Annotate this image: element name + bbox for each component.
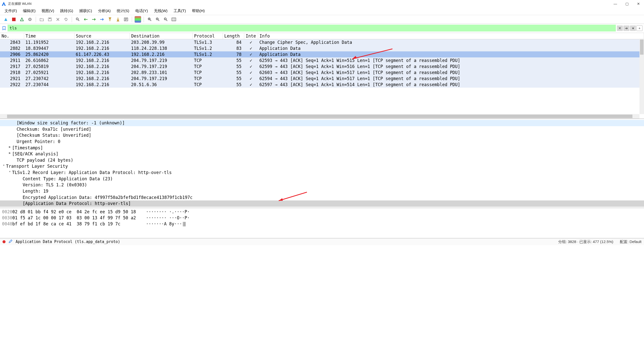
tree-line[interactable]: Length: 19 <box>23 188 48 194</box>
chevron-down-icon[interactable]: ▾ <box>8 169 12 174</box>
hex-bytes[interactable]: bf ef bd 1f 8e ca ce 41 38 79 f1 cb 19 7… <box>12 221 136 227</box>
cell: 25.862420 <box>24 51 74 57</box>
tree-line[interactable]: [SEQ/ACK analysis] <box>12 151 58 157</box>
go-forward-icon[interactable] <box>91 16 97 23</box>
menu-statistics[interactable]: 统计(S) <box>117 9 129 13</box>
packet-details-pane[interactable]: [Window size scaling factor: -1 (unknown… <box>0 119 644 208</box>
tree-line[interactable]: Urgent Pointer: 0 <box>17 139 60 145</box>
cell: 18.839447 <box>24 45 74 51</box>
table-row[interactable]: 292127.230742192.168.2.216204.79.197.219… <box>0 76 644 82</box>
find-packet-icon[interactable] <box>74 16 81 23</box>
stop-capture-icon[interactable] <box>11 16 17 23</box>
cell: 55 <box>223 57 244 63</box>
close-file-icon[interactable] <box>55 16 61 23</box>
bookmark-filter-icon[interactable] <box>2 26 7 31</box>
cell: 192.168.2.216 <box>130 51 192 57</box>
go-to-packet-icon[interactable] <box>99 16 105 23</box>
window-title: 正在捕获 WLAN <box>8 2 613 6</box>
open-file-icon[interactable] <box>38 16 45 23</box>
tree-line[interactable]: Transport Layer Security <box>6 163 68 169</box>
col-no[interactable]: No. <box>0 33 24 39</box>
col-source[interactable]: Source <box>74 33 130 39</box>
cell: TCP <box>192 63 223 70</box>
chevron-right-icon[interactable]: ▶ <box>8 145 12 149</box>
packet-hscroll[interactable] <box>0 114 639 119</box>
menu-capture[interactable]: 捕获(C) <box>79 9 92 13</box>
tree-line[interactable]: [Window size scaling factor: -1 (unknown… <box>17 120 125 125</box>
clear-filter-button[interactable]: ✕ <box>617 25 623 31</box>
tree-line[interactable]: Version: TLS 1.2 (0x0303) <box>23 182 87 188</box>
table-row[interactable]: 284311.191952192.168.2.216203.208.39.99T… <box>0 39 644 46</box>
go-first-icon[interactable] <box>107 16 113 23</box>
cell: ✓ <box>244 70 258 76</box>
col-destination[interactable]: Destination <box>130 33 192 39</box>
menu-analyze[interactable]: 分析(A) <box>98 9 111 13</box>
cell: Change Cipher Spec, Application Data <box>258 39 644 46</box>
table-row[interactable]: 291727.025819192.168.2.216204.79.197.219… <box>0 63 644 70</box>
tree-line[interactable]: [Timestamps] <box>12 145 43 151</box>
menu-view[interactable]: 视图(V) <box>42 9 54 13</box>
hex-bytes[interactable]: 02 d8 01 bb f4 92 e0 ce 04 2e fc ee 15 d… <box>12 209 136 215</box>
tree-line[interactable]: [Checksum Status: Unverified] <box>17 132 91 139</box>
table-row[interactable]: 291827.025921192.168.2.216202.89.233.101… <box>0 70 644 76</box>
hex-offset: 0030 <box>2 215 12 220</box>
col-protocol[interactable]: Protocol <box>192 33 223 39</box>
edit-icon[interactable] <box>9 239 13 244</box>
restart-capture-icon[interactable] <box>19 16 25 23</box>
menu-telephony[interactable]: 电话(Y) <box>135 9 148 13</box>
menu-edit[interactable]: 编辑(E) <box>23 9 35 13</box>
add-filter-button[interactable]: + <box>636 25 642 31</box>
table-row[interactable]: 291126.616862192.168.2.216204.79.197.219… <box>0 57 644 63</box>
tree-line[interactable]: Checksum: 0xa71c [unverified] <box>17 126 91 132</box>
apply-filter-button[interactable]: ➔ <box>623 25 629 31</box>
col-time[interactable]: Time <box>24 33 74 39</box>
start-capture-icon[interactable] <box>3 16 9 23</box>
col-info[interactable]: Info <box>258 33 644 39</box>
reload-icon[interactable] <box>63 16 69 23</box>
svg-line-15 <box>150 20 151 21</box>
col-inte[interactable]: Inte <box>244 33 258 39</box>
maximize-button[interactable]: ▢ <box>624 1 629 6</box>
minimize-button[interactable]: — <box>613 1 618 6</box>
capture-options-icon[interactable] <box>27 16 33 23</box>
svg-rect-7 <box>49 18 51 19</box>
packet-vscroll[interactable] <box>639 39 644 114</box>
auto-scroll-icon[interactable] <box>123 16 129 23</box>
cell: 2922 <box>0 82 24 88</box>
go-back-icon[interactable] <box>83 16 89 23</box>
zoom-out-icon[interactable] <box>154 16 161 23</box>
display-filter-input[interactable] <box>8 25 616 31</box>
cell: 192.168.2.216 <box>74 57 130 63</box>
expert-info-icon[interactable] <box>3 240 6 243</box>
zoom-in-icon[interactable] <box>146 16 153 23</box>
cell: 27.230744 <box>24 82 74 88</box>
tree-line[interactable]: [Application Data Protocol: http-over-tl… <box>23 201 131 206</box>
tree-line[interactable]: TLSv1.2 Record Layer: Application Data P… <box>12 169 172 176</box>
menu-file[interactable]: 文件(F) <box>5 9 17 13</box>
status-profile[interactable]: 配置: Default <box>620 239 641 244</box>
table-row[interactable]: 288218.839447192.168.2.216118.24.228.138… <box>0 45 644 51</box>
chevron-right-icon[interactable]: ▶ <box>8 151 12 155</box>
table-row[interactable]: 290625.86242061.147.226.43192.168.2.216T… <box>0 51 644 57</box>
filter-history-button[interactable]: ▾ <box>630 25 636 31</box>
close-button[interactable]: ✕ <box>636 1 641 6</box>
menu-help[interactable]: 帮助(H) <box>192 9 205 13</box>
colorize-icon[interactable] <box>135 16 141 23</box>
save-file-icon[interactable] <box>47 16 53 23</box>
table-row[interactable]: 292227.230744192.168.2.21620.51.6.36TCP5… <box>0 82 644 88</box>
tree-line[interactable]: Content Type: Application Data (23) <box>23 176 113 182</box>
zoom-reset-icon[interactable]: 1 <box>163 16 169 23</box>
tree-line[interactable]: TCP payload (24 bytes) <box>17 157 73 163</box>
cell: 2906 <box>0 51 24 57</box>
hex-bytes[interactable]: 01 f5 a7 1c 00 00 17 03 03 00 13 4f 99 7… <box>12 215 136 221</box>
resize-columns-icon[interactable] <box>171 16 177 23</box>
chevron-down-icon[interactable]: ▾ <box>2 163 6 167</box>
tree-line[interactable]: Encrypted Application Data: 4f997f50a2bf… <box>23 194 193 201</box>
menu-wireless[interactable]: 无线(W) <box>154 9 168 13</box>
cell: 55 <box>223 70 244 76</box>
col-length[interactable]: Length <box>223 33 244 39</box>
go-last-icon[interactable] <box>115 16 121 23</box>
menu-go[interactable]: 跳转(G) <box>60 9 73 13</box>
menu-tools[interactable]: 工具(T) <box>174 9 186 13</box>
packet-bytes-pane[interactable]: 0020 0030 0040 02 d8 01 bb f4 92 e0 ce 0… <box>0 208 644 238</box>
